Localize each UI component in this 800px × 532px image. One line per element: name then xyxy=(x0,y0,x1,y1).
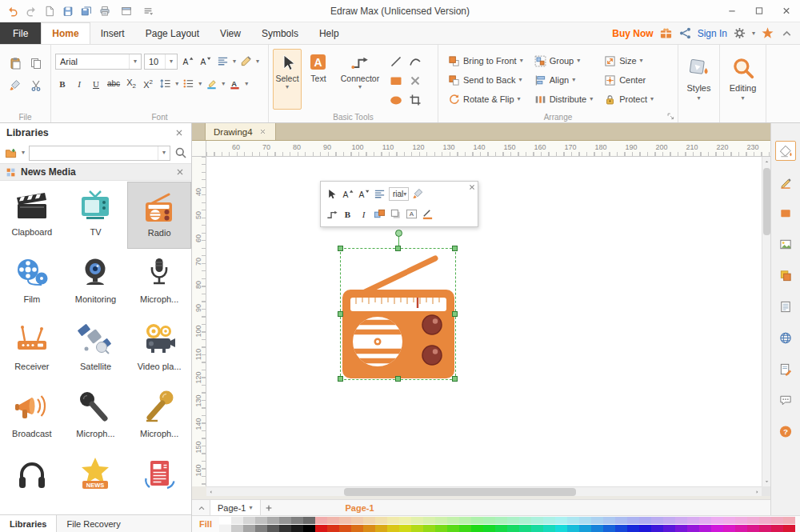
color-swatch[interactable] xyxy=(771,525,783,532)
strikethrough-button[interactable]: abc xyxy=(106,76,122,91)
color-swatch[interactable] xyxy=(627,517,639,524)
color-swatch[interactable] xyxy=(567,525,579,532)
line-tool-icon[interactable] xyxy=(387,53,405,70)
arrange-item-protect[interactable]: Protect▾ xyxy=(604,91,654,107)
color-swatch[interactable] xyxy=(387,517,399,524)
arrange-item-align[interactable]: Align▾ xyxy=(534,72,593,88)
maximize-button[interactable] xyxy=(746,0,773,22)
selection-handle[interactable] xyxy=(452,311,458,317)
copy-icon[interactable] xyxy=(26,54,46,73)
dropdown-icon[interactable]: ▾ xyxy=(577,58,580,64)
brush-icon[interactable] xyxy=(411,187,425,201)
selection-box[interactable] xyxy=(340,248,456,380)
color-swatch[interactable] xyxy=(519,525,531,532)
color-swatch[interactable] xyxy=(519,517,531,524)
dropdown-icon[interactable]: ▾ xyxy=(650,96,654,102)
library-item-satellite[interactable]: Satellite xyxy=(64,316,128,383)
pen-icon[interactable] xyxy=(238,54,254,69)
color-swatch[interactable] xyxy=(651,525,663,532)
bold-icon[interactable]: B xyxy=(341,207,354,221)
font-family-dropdown-icon[interactable]: ▾ xyxy=(129,54,141,69)
menu-tab-page-layout[interactable]: Page Layout xyxy=(135,22,210,44)
arrange-item-send-to-back[interactable]: Send to Back▾ xyxy=(448,72,523,88)
comment-icon[interactable] xyxy=(775,390,796,410)
color-swatch[interactable] xyxy=(711,517,723,524)
color-swatch[interactable] xyxy=(267,525,279,532)
font-color-button[interactable]: A xyxy=(227,76,242,91)
picture-icon[interactable] xyxy=(775,234,796,254)
color-swatch[interactable] xyxy=(219,525,231,532)
buy-now-link[interactable]: Buy Now xyxy=(612,28,653,39)
menu-tab-help[interactable]: Help xyxy=(309,22,350,44)
color-swatch[interactable] xyxy=(291,517,303,524)
document-tab-drawing4[interactable]: Drawing4 xyxy=(205,123,276,140)
scroll-left-icon[interactable] xyxy=(206,487,215,497)
color-swatch[interactable] xyxy=(387,525,399,532)
color-swatch[interactable] xyxy=(459,525,471,532)
italic-icon[interactable]: I xyxy=(357,207,370,221)
document-tab-close-icon[interactable] xyxy=(258,127,267,136)
selection-handle[interactable] xyxy=(338,246,343,251)
italic-button[interactable]: I xyxy=(72,76,86,91)
shadow-icon[interactable] xyxy=(389,207,402,221)
editing-button[interactable]: Editing ▾ xyxy=(724,49,762,110)
color-swatch[interactable] xyxy=(615,517,627,524)
dropdown-icon[interactable]: ▾ xyxy=(518,77,522,83)
color-swatch[interactable] xyxy=(495,517,507,524)
menu-tab-insert[interactable]: Insert xyxy=(90,22,135,44)
color-swatch[interactable] xyxy=(651,517,663,524)
color-swatch[interactable] xyxy=(471,517,483,524)
delete-tool-icon[interactable] xyxy=(406,72,424,90)
curve-tool-icon[interactable] xyxy=(406,53,424,70)
color-swatch[interactable] xyxy=(723,525,735,532)
color-swatch[interactable] xyxy=(255,525,267,532)
library-item-microph[interactable]: Microph... xyxy=(127,249,191,316)
color-swatch[interactable] xyxy=(591,525,603,532)
dropdown-icon[interactable]: ▾ xyxy=(640,58,643,64)
font-color-dropdown-icon[interactable]: ▾ xyxy=(245,81,248,87)
page-tab-dropdown-icon[interactable]: ▾ xyxy=(249,505,252,511)
color-swatch[interactable] xyxy=(579,525,591,532)
color-swatch[interactable] xyxy=(723,517,735,524)
radio-shape[interactable] xyxy=(342,252,454,378)
color-swatch[interactable] xyxy=(243,517,255,524)
redo-icon[interactable] xyxy=(22,3,40,19)
vertical-scrollbar[interactable] xyxy=(762,157,770,486)
hyperlink-icon[interactable] xyxy=(775,328,796,348)
inc-font-icon[interactable]: A xyxy=(341,187,354,201)
dropdown-icon[interactable]: ▾ xyxy=(590,96,593,102)
font-size-select[interactable]: 10 ▾ xyxy=(144,54,178,70)
font-size-dropdown-icon[interactable]: ▾ xyxy=(165,54,177,69)
menu-tab-home[interactable]: Home xyxy=(41,22,90,44)
drawing-page[interactable]: AArial▾ BIA xyxy=(206,157,762,486)
library-item-monitoring[interactable]: Monitoring xyxy=(64,249,128,316)
color-swatch[interactable] xyxy=(423,517,435,524)
gear-dropdown-icon[interactable]: ▾ xyxy=(752,30,755,37)
library-item-microph[interactable]: Microph... xyxy=(127,383,191,450)
color-swatch[interactable] xyxy=(375,525,387,532)
color-swatch[interactable] xyxy=(279,517,291,524)
color-swatch[interactable] xyxy=(459,517,471,524)
text-tool-button[interactable]: A Text xyxy=(304,49,333,110)
color-swatch[interactable] xyxy=(435,525,447,532)
color-swatch[interactable] xyxy=(747,517,759,524)
color-swatch[interactable] xyxy=(483,517,495,524)
library-item-microph[interactable]: Microph... xyxy=(64,383,128,450)
gear-icon[interactable] xyxy=(733,26,746,40)
color-swatch[interactable] xyxy=(555,517,567,524)
dec-font-icon[interactable]: A xyxy=(198,54,213,69)
library-item-video-pla[interactable]: Video pla... xyxy=(127,316,191,383)
color-swatch[interactable] xyxy=(315,517,327,524)
styles-dropdown-icon[interactable]: ▾ xyxy=(697,95,700,102)
color-swatch[interactable] xyxy=(627,525,639,532)
ellipse-tool-icon[interactable] xyxy=(387,91,405,109)
color-swatch[interactable] xyxy=(399,525,411,532)
select-tool-button[interactable]: Select ▾ xyxy=(273,49,302,110)
cut-icon[interactable] xyxy=(26,76,46,95)
text-style-icon[interactable]: A xyxy=(405,207,418,221)
color-swatch[interactable] xyxy=(675,525,687,532)
horizontal-scroll-thumb[interactable] xyxy=(344,488,576,496)
color-swatch[interactable] xyxy=(639,517,651,524)
color-swatch[interactable] xyxy=(327,517,339,524)
color-swatch[interactable] xyxy=(783,525,795,532)
